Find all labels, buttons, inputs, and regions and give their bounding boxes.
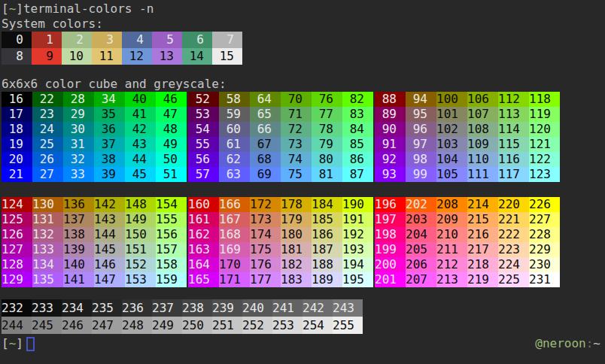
color-cell-178: 178 [281, 197, 312, 212]
color-cell-193: 193 [342, 242, 373, 257]
color-cell-5: 5 [152, 32, 182, 48]
color-cell-206: 206 [406, 257, 436, 272]
color-cell-134: 134 [32, 257, 63, 272]
rprompt-user: @neroon [535, 336, 585, 350]
color-cell-162: 162 [188, 227, 219, 242]
color-cell-74: 74 [281, 152, 312, 167]
color-cell-40: 40 [125, 92, 156, 107]
cube-block-160-row-3: 162 168 174 180 186 192 [188, 227, 373, 242]
color-cell-76: 76 [312, 92, 342, 107]
color-cell-99: 99 [406, 167, 436, 182]
color-cell-36: 36 [94, 122, 125, 137]
color-cell-200: 200 [375, 257, 406, 272]
color-cell-29: 29 [63, 107, 94, 122]
color-cell-80: 80 [312, 152, 342, 167]
cube-block-196-row-4: 199 205 211 217 223 229 [375, 242, 560, 257]
color-cell-170: 170 [219, 257, 250, 272]
color-cell-198: 198 [375, 227, 406, 242]
color-cell-59: 59 [219, 107, 250, 122]
color-cell-143: 143 [94, 212, 125, 227]
color-cell-58: 58 [219, 92, 250, 107]
color-cell-252: 252 [242, 317, 272, 334]
color-cell-146: 146 [94, 257, 125, 272]
color-cell-108: 108 [467, 122, 498, 137]
right-prompt: @neroon:~ [535, 335, 600, 352]
cube-block-88-row-1: 88 94 100 106 112 118 [375, 92, 560, 107]
color-cell-245: 245 [32, 317, 62, 334]
cube-block-196-row-6: 201 207 213 219 225 231 [375, 272, 560, 287]
color-cell-41: 41 [125, 107, 156, 122]
color-cell-90: 90 [375, 122, 406, 137]
color-cell-236: 236 [122, 299, 152, 317]
color-cell-135: 135 [32, 272, 63, 287]
color-cell-116: 116 [498, 152, 529, 167]
color-cell-190: 190 [342, 197, 373, 212]
color-cell-119: 119 [529, 107, 560, 122]
color-cell-203: 203 [406, 212, 436, 227]
color-cell-85: 85 [342, 137, 373, 152]
color-cell-67: 67 [250, 137, 281, 152]
color-cell-117: 117 [498, 167, 529, 182]
color-cell-225: 225 [498, 272, 529, 287]
color-cell-93: 93 [375, 167, 406, 182]
color-cell-45: 45 [125, 167, 156, 182]
bottom-prompt: [~] [2, 336, 23, 351]
color-cell-126: 126 [2, 227, 32, 242]
color-cell-95: 95 [406, 107, 436, 122]
color-cell-247: 247 [92, 317, 122, 334]
color-cell-152: 152 [125, 257, 156, 272]
color-cell-249: 249 [152, 317, 182, 334]
color-cell-212: 212 [436, 257, 467, 272]
color-cell-128: 128 [2, 257, 32, 272]
color-cell-222: 222 [498, 227, 529, 242]
color-cell-154: 154 [156, 197, 187, 212]
color-cell-131: 131 [32, 212, 63, 227]
color-cell-114: 114 [498, 122, 529, 137]
cube-block-52-row-6: 57 63 69 75 81 87 [188, 167, 373, 182]
color-cell-137: 137 [63, 212, 94, 227]
color-cell-235: 235 [92, 299, 122, 317]
color-cell-87: 87 [342, 167, 373, 182]
color-cell-186: 186 [312, 227, 342, 242]
cube-block-88-row-5: 92 98 104 110 116 122 [375, 152, 560, 167]
color-cell-43: 43 [125, 137, 156, 152]
color-cell-175: 175 [250, 242, 281, 257]
color-cell-174: 174 [250, 227, 281, 242]
cube-block-52-row-3: 54 60 66 72 78 84 [188, 122, 373, 137]
color-cell-72: 72 [281, 122, 312, 137]
cube-block-124-row-4: 127 133 139 145 151 157 [2, 242, 187, 257]
prompt-close-bracket: ] [16, 336, 23, 350]
color-cell-201: 201 [375, 272, 406, 287]
color-cell-94: 94 [406, 92, 436, 107]
color-cell-31: 31 [63, 137, 94, 152]
color-cell-224: 224 [498, 257, 529, 272]
cube-block-16: 16 22 28 34 40 46 17 23 29 35 41 47 18 2… [2, 92, 187, 182]
command-line: [~]terminal-colors -n [2, 2, 605, 17]
color-cell-54: 54 [188, 122, 219, 137]
color-cell-148: 148 [125, 197, 156, 212]
color-cell-188: 188 [312, 257, 342, 272]
system-colors-label: System colors: [2, 17, 605, 32]
color-cell-92: 92 [375, 152, 406, 167]
color-cell-9: 9 [32, 48, 62, 65]
cube-block-52-row-5: 56 62 68 74 80 86 [188, 152, 373, 167]
color-cell-183: 183 [281, 272, 312, 287]
color-cell-253: 253 [272, 317, 302, 334]
cube-block-196-row-5: 200 206 212 218 224 230 [375, 257, 560, 272]
color-cell-142: 142 [94, 197, 125, 212]
color-cell-105: 105 [436, 167, 467, 182]
color-cell-254: 254 [302, 317, 333, 334]
color-cell-129: 129 [2, 272, 32, 287]
cube-block-16-row-4: 19 25 31 37 43 49 [2, 137, 187, 152]
input-line[interactable]: [~] @neroon:~ [2, 335, 605, 352]
color-cell-17: 17 [2, 107, 32, 122]
color-cell-133: 133 [32, 242, 63, 257]
color-cell-179: 179 [281, 212, 312, 227]
terminal-screen[interactable]: [~]terminal-colors -n System colors: 0 1… [0, 0, 605, 364]
color-cell-113: 113 [498, 107, 529, 122]
color-cell-144: 144 [94, 227, 125, 242]
color-cell-68: 68 [250, 152, 281, 167]
color-cell-62: 62 [219, 152, 250, 167]
color-cell-151: 151 [125, 242, 156, 257]
cube-block-196: 196 202 208 214 220 226 197 203 209 215 … [375, 197, 560, 287]
